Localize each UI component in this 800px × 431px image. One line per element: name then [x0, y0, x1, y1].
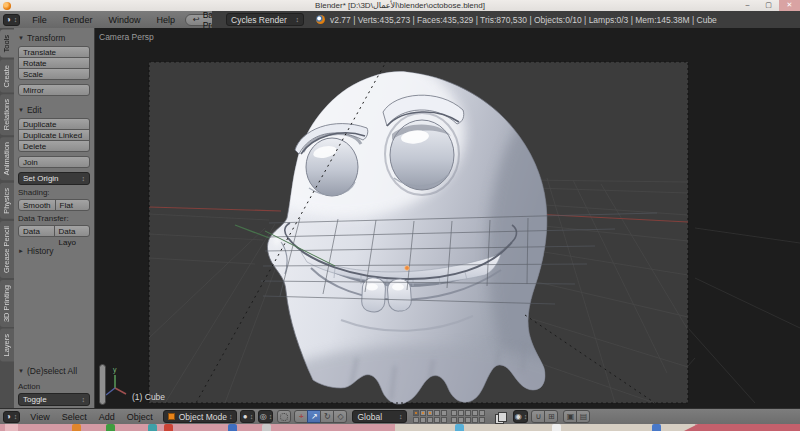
layer-cell[interactable] [472, 410, 478, 416]
taskbar-app-icon[interactable] [262, 424, 271, 431]
layer-cell[interactable] [427, 410, 433, 416]
edit-panel-header[interactable]: ▼ Edit [18, 105, 90, 115]
taskbar-start-button[interactable] [5, 424, 18, 431]
translate-manipulator-toggle[interactable]: ↗ [307, 410, 321, 423]
updown-arrows-icon: ↕ [229, 413, 233, 420]
deselect-all-panel-header[interactable]: ▼ (De)select All [18, 366, 90, 376]
mode-dropdown[interactable]: Object Mode ↕ [163, 410, 238, 423]
menu-view[interactable]: View [24, 412, 55, 422]
data-button[interactable]: Data [18, 225, 55, 237]
taskbar-app-icon[interactable] [164, 424, 173, 431]
menu-object[interactable]: Object [121, 412, 159, 422]
snap-element-dropdown[interactable]: ⊞ [544, 410, 558, 423]
layer-cell[interactable] [427, 417, 433, 423]
triangle-down-icon: ▼ [18, 368, 24, 374]
taskbar-app-icon[interactable] [552, 424, 561, 431]
layer-cell[interactable] [413, 417, 419, 423]
layer-cell[interactable] [420, 410, 426, 416]
layer-cell[interactable] [420, 417, 426, 423]
3d-scene[interactable]: y [95, 28, 800, 408]
editor-type-selector-3d[interactable]: ◑ ↕ [3, 411, 20, 423]
mirror-button[interactable]: Mirror [18, 84, 90, 96]
layer-cell[interactable] [441, 410, 447, 416]
back-arrow-icon: ↩ [193, 15, 200, 24]
set-origin-dropdown[interactable]: Set Origin ↕ [18, 172, 90, 185]
render-engine-dropdown[interactable]: Cycles Render ↕ [226, 13, 304, 26]
taskbar-app-icon[interactable] [72, 424, 81, 431]
maximize-icon[interactable]: ▢ [758, 0, 779, 11]
rotate-manipulator-toggle[interactable]: ↻ [320, 410, 334, 423]
gizmo-y-label: y [113, 366, 117, 374]
menu-help[interactable]: Help [148, 15, 183, 25]
taskbar-app-icon[interactable] [455, 424, 464, 431]
manipulate-center-points-toggle[interactable] [277, 410, 291, 423]
action-toggle-dropdown[interactable]: Toggle ↕ [18, 393, 90, 406]
tab-tools[interactable]: Tools [0, 30, 14, 58]
translate-manipulator-icon: ↗ [311, 413, 318, 421]
axis-gizmo[interactable]: y [106, 366, 126, 395]
layer-cell[interactable] [465, 417, 471, 423]
proportional-edit-dropdown[interactable]: ◉ ↕ [513, 410, 528, 423]
3d-viewport[interactable]: y Camera Persp (1) Cube [95, 28, 800, 408]
tab-relations[interactable]: Relations [0, 94, 14, 135]
tab-animation[interactable]: Animation [0, 137, 14, 180]
pivot-icon: ◎ [260, 413, 267, 421]
minimize-icon[interactable]: – [737, 0, 758, 11]
menu-add[interactable]: Add [93, 412, 121, 422]
opengl-render-anim-button[interactable]: ▤ [576, 410, 590, 423]
layer-cell[interactable] [451, 417, 457, 423]
tab-physics[interactable]: Physics [0, 183, 14, 219]
data-layout-button[interactable]: Data Layo [54, 225, 91, 237]
layers-widget[interactable] [413, 410, 489, 423]
windows-taskbar[interactable] [0, 424, 800, 431]
taskbar-segment [395, 424, 695, 431]
layer-cell[interactable] [458, 417, 464, 423]
taskbar-app-icon[interactable] [652, 424, 661, 431]
triangle-down-icon: ▼ [18, 107, 24, 113]
snap-toggle[interactable]: ∪ [531, 410, 545, 423]
layer-cell[interactable] [434, 410, 440, 416]
taskbar-app-icon[interactable] [148, 424, 157, 431]
viewport-shading-dropdown[interactable]: ● ↕ [240, 410, 255, 423]
join-button[interactable]: Join [18, 156, 90, 168]
layer-cell[interactable] [441, 417, 447, 423]
updown-arrows-icon: ↕ [14, 16, 18, 23]
layer-cell[interactable] [413, 410, 419, 416]
taskbar-app-icon[interactable] [106, 424, 115, 431]
layer-cell[interactable] [458, 410, 464, 416]
opengl-render-button[interactable]: ▣ [563, 410, 577, 423]
layer-cell[interactable] [479, 417, 485, 423]
delete-button[interactable]: Delete [18, 140, 90, 152]
menu-window[interactable]: Window [100, 15, 148, 25]
history-panel-header[interactable]: ► History [18, 246, 90, 256]
editor-type-selector[interactable]: ◑ ↕ [3, 14, 20, 26]
close-icon[interactable]: ✕ [779, 0, 800, 11]
shading-sphere-icon: ● [243, 413, 248, 421]
scale-manipulator-toggle[interactable]: ◇ [333, 410, 347, 423]
layer-cell[interactable] [479, 410, 485, 416]
menu-file[interactable]: File [24, 15, 55, 25]
flat-button[interactable]: Flat [55, 199, 90, 211]
menu-render[interactable]: Render [55, 15, 101, 25]
shading-label: Shading: [18, 188, 90, 197]
tool-shelf-scrollbar[interactable] [99, 364, 106, 405]
orientation-dropdown[interactable]: Global ↕ [352, 410, 407, 423]
tab-create[interactable]: Create [0, 60, 14, 93]
transform-panel-header[interactable]: ▼ Transform [18, 33, 90, 43]
tab-grease-pencil[interactable]: Grease Pencil [0, 221, 14, 278]
menu-select[interactable]: Select [56, 412, 93, 422]
smooth-button[interactable]: Smooth [18, 199, 56, 211]
scale-button[interactable]: Scale [18, 68, 90, 80]
layer-cell[interactable] [451, 410, 457, 416]
layer-cell[interactable] [465, 410, 471, 416]
manipulator-toggle[interactable]: + [294, 410, 308, 423]
lock-to-scene-icon[interactable] [495, 412, 505, 422]
tab-3d-printing[interactable]: 3D Printing [0, 280, 14, 327]
layer-cell[interactable] [472, 417, 478, 423]
render-anim-icon: ▤ [580, 413, 588, 421]
duplicate-linked-button[interactable]: Duplicate Linked [18, 129, 90, 141]
pivot-point-dropdown[interactable]: ◎ ↕ [258, 410, 273, 423]
tab-layers[interactable]: Layers [0, 329, 14, 362]
layer-cell[interactable] [434, 417, 440, 423]
taskbar-app-icon[interactable] [228, 424, 237, 431]
